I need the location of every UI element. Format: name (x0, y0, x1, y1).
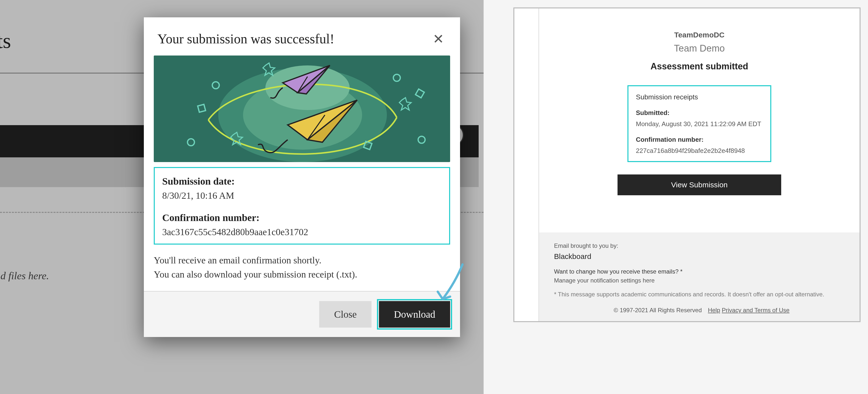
email-confirmation-value: 227ca716a8b94f29bafe2e2b2e4f8948 (636, 147, 763, 155)
email-title: Assessment submitted (569, 61, 830, 72)
receipts-heading: Submission receipts (636, 93, 763, 101)
email-body: TeamDemoDC Team Demo Assessment submitte… (539, 8, 860, 232)
email-screenshot: TeamDemoDC Team Demo Assessment submitte… (484, 0, 868, 394)
email-receipt-box: Submission receipts Submitted: Monday, A… (627, 85, 771, 162)
view-submission-button[interactable]: View Submission (618, 174, 781, 195)
submission-date-label: Submission date: (162, 175, 442, 187)
submitted-label: Submitted: (636, 109, 763, 117)
email-footer: Email brought to you by: Blackboard Want… (539, 232, 860, 321)
close-icon[interactable]: ✕ (430, 30, 446, 48)
body-line-2: You can also download your submission re… (154, 267, 450, 282)
submitted-value: Monday, August 30, 2021 11:22:09 AM EDT (636, 120, 763, 128)
email-sidebar-strip (514, 8, 539, 321)
footer-bottom: © 1997-2021 All Rights Reserved Help Pri… (554, 307, 845, 314)
hero-illustration (154, 56, 450, 162)
brand-text: Blackboard (554, 252, 591, 260)
download-button[interactable]: Download (379, 301, 450, 328)
confirmation-number-label: Confirmation number: (162, 212, 442, 224)
email-card: TeamDemoDC Team Demo Assessment submitte… (514, 7, 861, 322)
privacy-link[interactable]: Privacy and Terms of Use (722, 307, 789, 314)
modal-title: Your submission was successful! (157, 31, 334, 46)
modal-header: Your submission was successful! ✕ (144, 18, 460, 56)
body-line-1: You'll receive an email confirmation sho… (154, 253, 450, 267)
copyright-text: © 1997-2021 All Rights Reserved (614, 307, 702, 314)
email-confirmation-label: Confirmation number: (636, 136, 763, 143)
footer-note: * This message supports academic communi… (554, 290, 845, 299)
manage-settings-link[interactable]: Manage your notification settings here (554, 277, 845, 284)
want-change-text: Want to change how you receive these ema… (554, 268, 845, 275)
receipt-details-box: Submission date: 8/30/21, 10:16 AM Confi… (154, 167, 450, 244)
email-main: TeamDemoDC Team Demo Assessment submitte… (539, 8, 860, 321)
success-modal: Your submission was successful! ✕ (144, 18, 460, 337)
close-button[interactable]: Close (319, 301, 372, 328)
help-link[interactable]: Help (708, 307, 720, 314)
modal-body-text: You'll receive an email confirmation sho… (154, 253, 450, 282)
modal-footer: Close Download (144, 291, 460, 337)
brand-name: Blackboard (554, 252, 845, 261)
submission-date-value: 8/30/21, 10:16 AM (162, 190, 442, 201)
app-screenshot: receipts at! ts and files here. Your sub… (0, 0, 484, 394)
paper-planes-illustration (154, 56, 450, 162)
brought-by-text: Email brought to you by: (554, 242, 845, 249)
team-code: TeamDemoDC (569, 31, 830, 39)
team-name: Team Demo (569, 43, 830, 54)
confirmation-number-value: 3ac3167c55c5482d80b9aae1c0e31702 (162, 227, 442, 237)
